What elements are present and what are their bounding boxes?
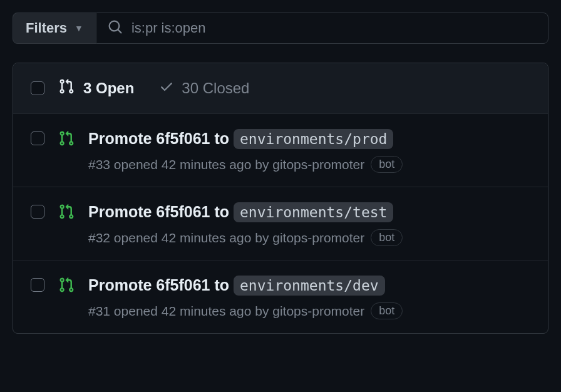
closed-tab[interactable]: 30 Closed bbox=[159, 79, 249, 98]
pr-title-code: environments/test bbox=[234, 202, 393, 222]
pr-meta-text: #33 opened 42 minutes ago by gitops-prom… bbox=[88, 157, 364, 172]
pr-item[interactable]: Promote 6f5f061 to environments/prod #33… bbox=[13, 114, 548, 187]
caret-down-icon: ▼ bbox=[75, 23, 83, 33]
pr-checkbox[interactable] bbox=[31, 132, 44, 145]
pr-list: 3 Open 30 Closed Promote 6f5f061 to envi… bbox=[13, 63, 548, 334]
bot-badge: bot bbox=[371, 156, 403, 173]
pr-meta: #32 opened 42 minutes ago by gitops-prom… bbox=[88, 229, 530, 246]
pull-request-open-icon bbox=[58, 274, 75, 296]
pr-item[interactable]: Promote 6f5f061 to environments/dev #31 … bbox=[13, 260, 548, 333]
pr-title-code: environments/dev bbox=[234, 276, 385, 296]
bot-badge: bot bbox=[371, 302, 403, 319]
pull-request-open-icon bbox=[58, 128, 75, 149]
pull-request-open-icon bbox=[58, 201, 75, 222]
filters-button[interactable]: Filters ▼ bbox=[13, 13, 96, 44]
pr-meta-text: #31 opened 42 minutes ago by gitops-prom… bbox=[88, 304, 364, 319]
pr-title-text: Promote 6f5f061 to bbox=[88, 276, 234, 294]
search-input[interactable] bbox=[131, 20, 537, 36]
list-header: 3 Open 30 Closed bbox=[13, 63, 548, 114]
pr-meta-text: #32 opened 42 minutes ago by gitops-prom… bbox=[88, 230, 364, 245]
search-container bbox=[96, 13, 548, 44]
check-icon bbox=[159, 79, 174, 98]
pr-content: Promote 6f5f061 to environments/prod #33… bbox=[88, 128, 530, 173]
pr-checkbox[interactable] bbox=[31, 278, 44, 292]
closed-count-label: 30 Closed bbox=[182, 80, 249, 97]
pr-content: Promote 6f5f061 to environments/test #32… bbox=[88, 201, 530, 246]
pull-request-icon bbox=[58, 78, 75, 98]
pr-meta: #33 opened 42 minutes ago by gitops-prom… bbox=[88, 156, 530, 173]
pr-meta: #31 opened 42 minutes ago by gitops-prom… bbox=[88, 302, 530, 319]
bot-badge: bot bbox=[371, 229, 403, 246]
pr-title-code: environments/prod bbox=[234, 129, 393, 149]
open-tab[interactable]: 3 Open bbox=[58, 78, 134, 98]
pr-title-text: Promote 6f5f061 to bbox=[88, 130, 234, 147]
search-icon bbox=[108, 19, 123, 37]
pr-item[interactable]: Promote 6f5f061 to environments/test #32… bbox=[13, 187, 548, 260]
select-all-checkbox[interactable] bbox=[31, 81, 44, 95]
pr-title[interactable]: Promote 6f5f061 to environments/test bbox=[88, 201, 530, 223]
pr-title[interactable]: Promote 6f5f061 to environments/dev bbox=[88, 274, 530, 296]
pr-checkbox[interactable] bbox=[31, 205, 44, 219]
filters-label: Filters bbox=[26, 20, 67, 36]
open-count-label: 3 Open bbox=[83, 80, 134, 97]
pr-title-text: Promote 6f5f061 to bbox=[88, 203, 234, 220]
pr-content: Promote 6f5f061 to environments/dev #31 … bbox=[88, 274, 530, 319]
pr-title[interactable]: Promote 6f5f061 to environments/prod bbox=[88, 128, 530, 150]
